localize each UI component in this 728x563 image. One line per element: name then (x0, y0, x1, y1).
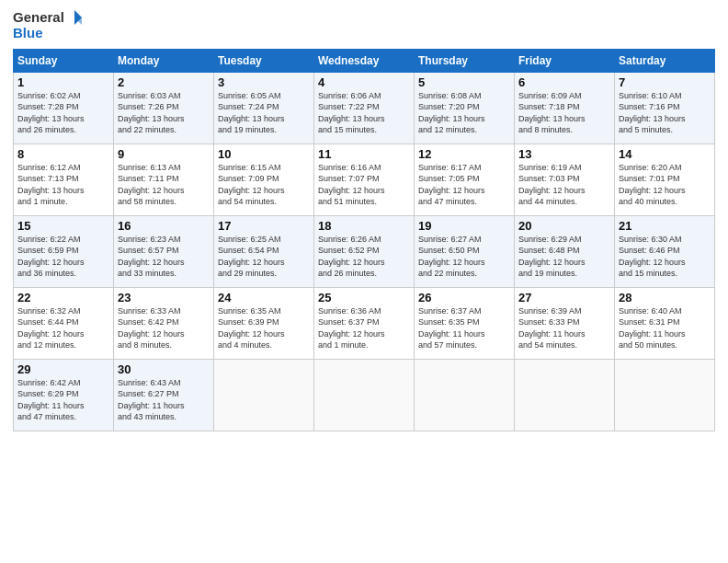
weekday-header-sunday: Sunday (14, 49, 114, 72)
day-info: Sunrise: 6:17 AM Sunset: 7:05 PM Dayligh… (418, 162, 510, 208)
day-number: 10 (218, 147, 310, 161)
calendar-cell: 15Sunrise: 6:22 AM Sunset: 6:59 PM Dayli… (14, 215, 114, 287)
calendar-cell: 21Sunrise: 6:30 AM Sunset: 6:46 PM Dayli… (615, 215, 715, 287)
day-number: 30 (118, 362, 210, 376)
day-info: Sunrise: 6:30 AM Sunset: 6:46 PM Dayligh… (619, 234, 711, 280)
day-info: Sunrise: 6:03 AM Sunset: 7:26 PM Dayligh… (118, 90, 210, 136)
calendar-table: SundayMondayTuesdayWednesdayThursdayFrid… (13, 49, 715, 431)
calendar-cell: 2Sunrise: 6:03 AM Sunset: 7:26 PM Daylig… (114, 72, 214, 144)
page-container: General Blue SundayMondayTuesdayWednesda… (0, 0, 728, 437)
week-row-2: 8Sunrise: 6:12 AM Sunset: 7:13 PM Daylig… (14, 144, 715, 215)
day-number: 9 (118, 147, 210, 161)
calendar-cell: 11Sunrise: 6:16 AM Sunset: 7:07 PM Dayli… (314, 144, 415, 215)
weekday-header-tuesday: Tuesday (214, 49, 314, 72)
day-info: Sunrise: 6:06 AM Sunset: 7:22 PM Dayligh… (318, 90, 410, 136)
day-number: 8 (17, 147, 109, 161)
week-row-3: 15Sunrise: 6:22 AM Sunset: 6:59 PM Dayli… (14, 215, 715, 287)
logo-blue: Blue (13, 26, 43, 41)
day-number: 4 (318, 75, 410, 89)
calendar-cell: 3Sunrise: 6:05 AM Sunset: 7:24 PM Daylig… (214, 72, 314, 144)
calendar-cell: 17Sunrise: 6:25 AM Sunset: 6:54 PM Dayli… (214, 215, 314, 287)
day-number: 29 (17, 362, 109, 376)
day-info: Sunrise: 6:36 AM Sunset: 6:37 PM Dayligh… (318, 305, 410, 351)
day-number: 5 (418, 75, 510, 89)
day-info: Sunrise: 6:09 AM Sunset: 7:18 PM Dayligh… (518, 90, 610, 136)
day-number: 28 (619, 291, 711, 304)
calendar-cell: 27Sunrise: 6:39 AM Sunset: 6:33 PM Dayli… (515, 287, 615, 359)
calendar-cell: 20Sunrise: 6:29 AM Sunset: 6:48 PM Dayli… (515, 215, 615, 287)
calendar-cell: 14Sunrise: 6:20 AM Sunset: 7:01 PM Dayli… (615, 144, 715, 215)
day-number: 24 (218, 291, 310, 304)
day-number: 26 (418, 291, 510, 304)
week-row-5: 29Sunrise: 6:42 AM Sunset: 6:29 PM Dayli… (14, 359, 715, 431)
week-row-1: 1Sunrise: 6:02 AM Sunset: 7:28 PM Daylig… (14, 72, 715, 144)
logo-box: General Blue (13, 9, 83, 41)
day-info: Sunrise: 6:37 AM Sunset: 6:35 PM Dayligh… (418, 305, 510, 351)
day-info: Sunrise: 6:23 AM Sunset: 6:57 PM Dayligh… (118, 234, 210, 280)
day-info: Sunrise: 6:05 AM Sunset: 7:24 PM Dayligh… (218, 90, 310, 136)
logo-general: General (13, 10, 64, 26)
day-info: Sunrise: 6:33 AM Sunset: 6:42 PM Dayligh… (118, 305, 210, 351)
calendar-cell: 24Sunrise: 6:35 AM Sunset: 6:39 PM Dayli… (214, 287, 314, 359)
calendar-cell: 19Sunrise: 6:27 AM Sunset: 6:50 PM Dayli… (415, 215, 515, 287)
day-number: 22 (17, 291, 109, 304)
logo: General Blue (13, 9, 83, 41)
weekday-header-saturday: Saturday (615, 49, 715, 72)
day-number: 23 (118, 291, 210, 304)
day-info: Sunrise: 6:32 AM Sunset: 6:44 PM Dayligh… (17, 305, 109, 351)
day-number: 3 (218, 75, 310, 89)
day-info: Sunrise: 6:42 AM Sunset: 6:29 PM Dayligh… (17, 377, 109, 423)
day-number: 18 (318, 219, 410, 233)
calendar-cell: 13Sunrise: 6:19 AM Sunset: 7:03 PM Dayli… (515, 144, 615, 215)
logo-arrow-icon (66, 9, 83, 26)
header: General Blue (13, 9, 715, 41)
calendar-cell (415, 359, 515, 431)
calendar-cell: 30Sunrise: 6:43 AM Sunset: 6:27 PM Dayli… (114, 359, 214, 431)
day-info: Sunrise: 6:10 AM Sunset: 7:16 PM Dayligh… (619, 90, 711, 136)
calendar-cell (214, 359, 314, 431)
calendar-cell (615, 359, 715, 431)
day-number: 14 (619, 147, 711, 161)
day-number: 2 (118, 75, 210, 89)
calendar-cell: 1Sunrise: 6:02 AM Sunset: 7:28 PM Daylig… (14, 72, 114, 144)
weekday-header-row: SundayMondayTuesdayWednesdayThursdayFrid… (14, 49, 715, 72)
calendar-cell: 22Sunrise: 6:32 AM Sunset: 6:44 PM Dayli… (14, 287, 114, 359)
calendar-cell: 29Sunrise: 6:42 AM Sunset: 6:29 PM Dayli… (14, 359, 114, 431)
day-info: Sunrise: 6:16 AM Sunset: 7:07 PM Dayligh… (318, 162, 410, 208)
weekday-header-monday: Monday (114, 49, 214, 72)
day-number: 17 (218, 219, 310, 233)
day-info: Sunrise: 6:39 AM Sunset: 6:33 PM Dayligh… (518, 305, 610, 351)
day-info: Sunrise: 6:13 AM Sunset: 7:11 PM Dayligh… (118, 162, 210, 208)
calendar-cell: 8Sunrise: 6:12 AM Sunset: 7:13 PM Daylig… (14, 144, 114, 215)
day-number: 21 (619, 219, 711, 233)
day-number: 6 (518, 75, 610, 89)
day-info: Sunrise: 6:08 AM Sunset: 7:20 PM Dayligh… (418, 90, 510, 136)
calendar-cell: 28Sunrise: 6:40 AM Sunset: 6:31 PM Dayli… (615, 287, 715, 359)
day-number: 12 (418, 147, 510, 161)
calendar-cell: 26Sunrise: 6:37 AM Sunset: 6:35 PM Dayli… (415, 287, 515, 359)
day-number: 27 (518, 291, 610, 304)
day-info: Sunrise: 6:02 AM Sunset: 7:28 PM Dayligh… (17, 90, 109, 136)
day-info: Sunrise: 6:35 AM Sunset: 6:39 PM Dayligh… (218, 305, 310, 351)
day-info: Sunrise: 6:19 AM Sunset: 7:03 PM Dayligh… (518, 162, 610, 208)
day-info: Sunrise: 6:20 AM Sunset: 7:01 PM Dayligh… (619, 162, 711, 208)
day-info: Sunrise: 6:40 AM Sunset: 6:31 PM Dayligh… (619, 305, 711, 351)
weekday-header-thursday: Thursday (415, 49, 515, 72)
day-info: Sunrise: 6:26 AM Sunset: 6:52 PM Dayligh… (318, 234, 410, 280)
day-number: 11 (318, 147, 410, 161)
day-number: 7 (619, 75, 711, 89)
day-number: 20 (518, 219, 610, 233)
day-info: Sunrise: 6:43 AM Sunset: 6:27 PM Dayligh… (118, 377, 210, 423)
calendar-cell: 5Sunrise: 6:08 AM Sunset: 7:20 PM Daylig… (415, 72, 515, 144)
calendar-cell: 12Sunrise: 6:17 AM Sunset: 7:05 PM Dayli… (415, 144, 515, 215)
day-info: Sunrise: 6:27 AM Sunset: 6:50 PM Dayligh… (418, 234, 510, 280)
calendar-cell: 25Sunrise: 6:36 AM Sunset: 6:37 PM Dayli… (314, 287, 415, 359)
day-info: Sunrise: 6:22 AM Sunset: 6:59 PM Dayligh… (17, 234, 109, 280)
weekday-header-friday: Friday (515, 49, 615, 72)
week-row-4: 22Sunrise: 6:32 AM Sunset: 6:44 PM Dayli… (14, 287, 715, 359)
calendar-cell: 10Sunrise: 6:15 AM Sunset: 7:09 PM Dayli… (214, 144, 314, 215)
weekday-header-wednesday: Wednesday (314, 49, 415, 72)
calendar-cell: 6Sunrise: 6:09 AM Sunset: 7:18 PM Daylig… (515, 72, 615, 144)
day-info: Sunrise: 6:12 AM Sunset: 7:13 PM Dayligh… (17, 162, 109, 208)
calendar-cell: 18Sunrise: 6:26 AM Sunset: 6:52 PM Dayli… (314, 215, 415, 287)
